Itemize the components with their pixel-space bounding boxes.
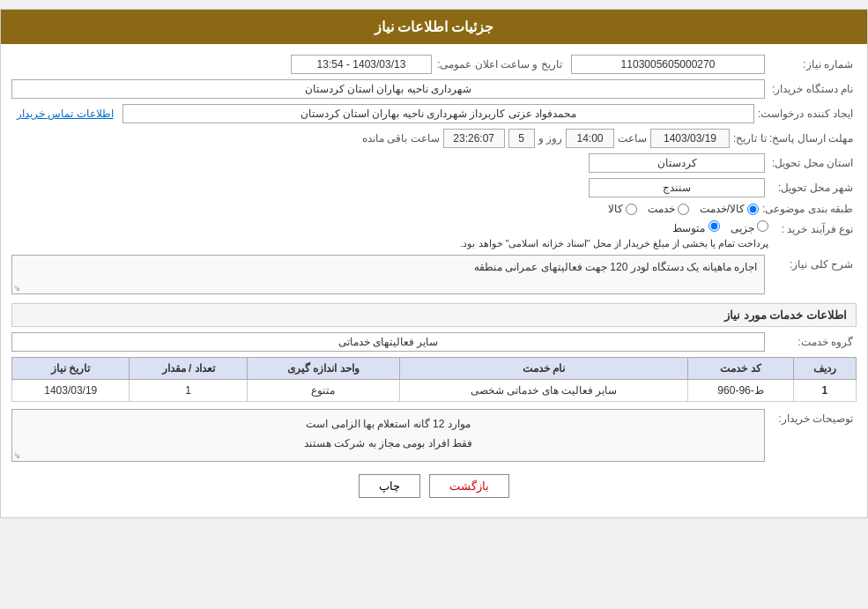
nam-label: نام دستگاه خریدار: [768,83,857,95]
cell-nam: سایر فعالیت های خدماتی شخصی [399,380,688,402]
tarikh-label: تاریخ و ساعت اعلان عمومی: [435,58,568,71]
now-note: پرداخت تمام یا بخشی از مبلغ خریدار از مح… [11,238,768,249]
shomare-niaz-label: شماره نیاز: [768,58,857,71]
cell-radif: 1 [793,380,856,402]
mohlat-rooz-label: روز و [538,132,562,145]
ijad-value: محمدفواد عزتی کاربرداز شهرداری ناحیه بها… [122,104,754,123]
col-tedad: تعداد / مقدار [130,358,247,380]
tabaqeh-radio-group: کالا/خدمت خدمت کالا [608,203,759,215]
sharh-label: شرح کلی نیاز: [768,255,857,271]
cell-kod: ط-96-960 [688,380,793,402]
tawzihat-label: توصیحات خریدار: [768,409,857,425]
col-radif: ردیف [793,358,856,380]
ostan-value: کردستان [589,153,765,173]
goroh-value: سایر فعالیتهای خدماتی [11,332,765,352]
now-motavasset[interactable]: متوسط [672,220,719,234]
mohlat-saat-label: ساعت [618,132,647,145]
shomare-niaz-value: 1103005605000270 [571,55,765,74]
tarikh-value: 1403/03/13 - 13:54 [291,55,432,74]
back-button[interactable]: بازگشت [429,474,509,498]
col-kod: کد خدمت [688,358,793,380]
sharh-value: اجاره ماهیانه یک دستگاه لودر 120 جهت فعا… [11,255,765,294]
services-title: اطلاعات خدمات مورد نیاز [11,303,857,327]
mohlat-link[interactable]: اطلاعات تماس خریدار [11,108,119,120]
print-button[interactable]: چاپ [359,474,420,498]
tabaqeh-kala[interactable]: کالا [608,203,637,215]
page-title: جزئیات اطلاعات نیاز [1,10,867,44]
shahr-value: سنندج [589,178,765,197]
mohlat-date: 1403/03/19 [650,129,730,148]
col-vahed: واحد اندازه گیری [247,358,399,380]
mohlat-saat: 14:00 [566,129,614,148]
mohlat-label: مهلت ارسال پاسخ: تا تاریخ: [733,132,857,145]
tawzihat-line1: موارد 12 گانه استعلام بها الزامی است [19,415,757,434]
tabaqeh-label: طبقه بندی موضوعی: [762,203,857,215]
nam-value: شهرداری ناحیه بهاران استان کردستان [11,79,765,99]
tawzihat-line2: فقط افراد بومی مجاز به شرکت هستند [19,434,757,454]
tabaqeh-khidmat[interactable]: خدمت [648,203,689,215]
table-row: 1 ط-96-960 سایر فعالیت های خدماتی شخصی م… [12,380,857,402]
ijad-label: ایجاد کننده درخواست: [758,108,857,120]
tabaqeh-kala-khidmat[interactable]: کالا/خدمت [700,203,759,215]
services-table: ردیف کد خدمت نام خدمت واحد اندازه گیری ت… [11,357,857,402]
goroh-label: گروه خدمت: [768,336,857,348]
cell-vahed: متنوع [247,380,399,402]
resize-icon: ⇘ [13,283,20,293]
mohlat-rooz: 5 [508,129,535,148]
col-tarikh: تاریخ نیاز [12,358,130,380]
cell-tedad: 1 [130,380,247,402]
now-label: نوع فرآیند خرید : [768,220,857,235]
mohlat-baqi: 23:26:07 [443,129,505,148]
now-radio-group: جزیی متوسط [11,220,768,234]
resize-icon-2: ⇘ [13,450,20,460]
now-jozi[interactable]: جزیی [731,220,768,234]
shahr-label: شهر محل تحویل: [768,182,857,194]
buttons-row: بازگشت چاپ [11,474,857,507]
col-nam: نام خدمت [399,358,688,380]
mohlat-baqi-label: ساعت باقی مانده [362,132,440,145]
cell-tarikh: 1403/03/19 [12,380,130,402]
tawzihat-box: موارد 12 گانه استعلام بها الزامی است فقط… [11,409,765,462]
ostan-label: استان محل تحویل: [768,157,857,169]
